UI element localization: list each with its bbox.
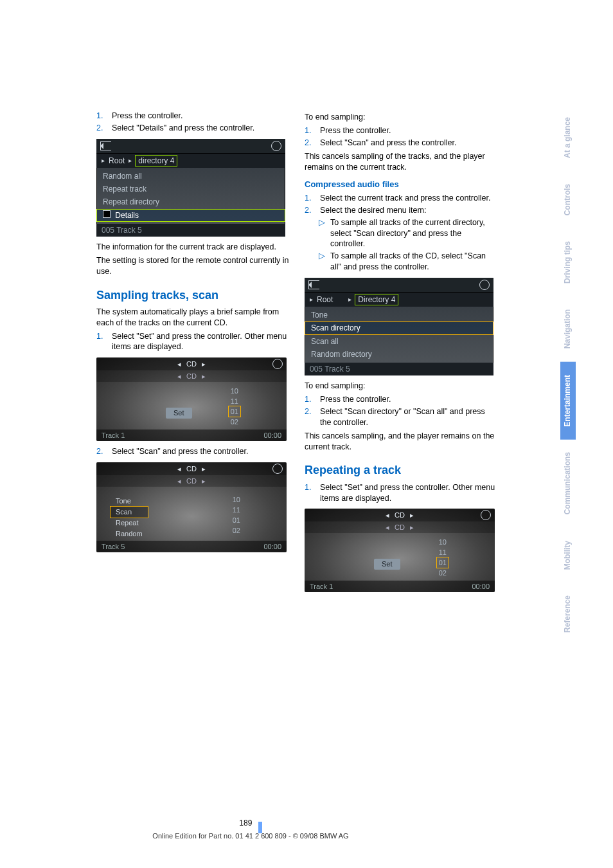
- cd-sub-label: CD: [186, 372, 197, 381]
- set-button: Set: [166, 408, 192, 419]
- shot-footer: 005 Track 5: [102, 225, 142, 235]
- list-item: 2. Select "Details" and press the contro…: [96, 123, 289, 134]
- tab-at-a-glance[interactable]: At a glance: [560, 104, 576, 171]
- right-column: To end sampling: 1. Press the controller…: [305, 109, 497, 597]
- tab-communications[interactable]: Communications: [560, 439, 576, 527]
- nav-right-icon: ▸: [410, 523, 414, 532]
- section-heading-sampling: Sampling tracks, scan: [96, 287, 289, 303]
- tab-controls[interactable]: Controls: [560, 171, 576, 228]
- idrive-screenshot-scan-directory: ▸ Root ▸ Directory 4 Tone Scan directory…: [305, 278, 493, 375]
- body-text: This cancels sampling, and the player re…: [305, 431, 497, 453]
- breadcrumb-dir: directory 4: [136, 156, 177, 166]
- menu-row: Random directory: [305, 348, 493, 361]
- cd-top-label: CD: [186, 359, 197, 369]
- menu-row: Scan all: [305, 335, 493, 348]
- track-number: 01: [233, 515, 240, 525]
- list-item: 2. Select "Scan" and press the controlle…: [305, 138, 497, 149]
- nav-left-icon: ◂: [177, 476, 181, 486]
- step-number: 1.: [305, 125, 314, 136]
- track-number: 11: [437, 547, 449, 557]
- list-item: 2. Select "Scan" and press the controlle…: [96, 446, 289, 457]
- subheading-compressed: Compressed audio files: [305, 179, 497, 190]
- sub-bullet-text: To sample all tracks of the CD, select "…: [330, 251, 497, 273]
- cd-sub-label: CD: [395, 523, 405, 532]
- triangle-bullet-icon: ▷: [319, 251, 325, 273]
- list-item: 1. Press the controller.: [305, 394, 497, 405]
- breadcrumb-caret-icon: ▸: [348, 295, 351, 304]
- nav-right-icon: ▸: [202, 359, 206, 369]
- list-item: 2. Select "Scan directory" or "Scan all"…: [305, 406, 497, 428]
- nav-left-icon: ◂: [177, 372, 181, 381]
- nav-right-icon: ▸: [202, 372, 206, 381]
- side-tabs: At a glance Controls Driving tips Naviga…: [560, 104, 576, 646]
- track-time: 00:00: [472, 582, 490, 592]
- track-number: 10: [437, 537, 449, 547]
- track-number: 02: [229, 417, 240, 427]
- breadcrumb-root: Root: [109, 156, 125, 166]
- left-column: 1. Press the controller. 2. Select "Deta…: [96, 109, 289, 597]
- list-item: 1. Select "Set" and press the controller…: [305, 482, 497, 504]
- cd-top-label: CD: [395, 511, 405, 520]
- body-text: To end sampling:: [305, 112, 497, 123]
- step-text: Select "Scan" and press the controller.: [112, 446, 248, 457]
- step-text: Select the desired menu item:: [320, 205, 426, 216]
- back-arrow-icon: [100, 141, 111, 150]
- tab-mobility[interactable]: Mobility: [560, 528, 576, 583]
- step-text: Press the controller.: [112, 111, 182, 122]
- track-number: 01: [437, 557, 449, 568]
- triangle-bullet-icon: ▷: [319, 217, 325, 250]
- nav-left-icon: ◂: [386, 523, 389, 532]
- tab-driving-tips[interactable]: Driving tips: [560, 228, 576, 296]
- breadcrumb-caret-icon: ▸: [102, 156, 105, 165]
- tab-navigation[interactable]: Navigation: [560, 296, 576, 361]
- body-text: This cancels sampling of the tracks, and…: [305, 151, 497, 173]
- track-number: 01: [229, 406, 240, 417]
- track-label: Track 5: [102, 542, 125, 552]
- sub-bullet: ▷ To sample all tracks of the CD, select…: [319, 251, 497, 273]
- step-text: Select "Details" and press the controlle…: [112, 123, 254, 134]
- idrive-screenshot-cd-set: ◂ CD ▸ ◂ CD ▸ 10 11 01 02 Set: [96, 357, 287, 441]
- set-button: Set: [374, 559, 400, 570]
- track-number-column: 10 11 01 02: [233, 494, 240, 536]
- body-text: The setting is stored for the remote con…: [96, 255, 289, 277]
- shot-footer: 005 Track 5: [310, 364, 350, 374]
- track-number: 02: [437, 568, 449, 578]
- track-label: Track 1: [102, 431, 125, 440]
- menu-row: Random all: [96, 170, 285, 183]
- footer-line: Online Edition for Part no. 01 41 2 600 …: [0, 832, 501, 840]
- info-icon: [272, 464, 283, 474]
- breadcrumb-dir: Directory 4: [355, 294, 398, 305]
- cd-top-label: CD: [186, 464, 197, 474]
- track-number: 10: [233, 494, 240, 505]
- menu-row: Repeat: [111, 518, 148, 529]
- cd-sub-label: CD: [186, 476, 197, 486]
- step-text: Select "Scan" and press the controller.: [320, 138, 456, 149]
- menu-row: Tone: [111, 496, 148, 507]
- nav-right-icon: ▸: [410, 511, 414, 520]
- step-number: 1.: [305, 394, 314, 405]
- body-text: The system automatically plays a brief s…: [96, 307, 289, 329]
- step-number: 1.: [305, 193, 314, 204]
- page-number: 189: [239, 818, 252, 827]
- step-text: Select "Set" and press the controller. O…: [112, 331, 289, 353]
- nav-left-icon: ◂: [177, 359, 181, 369]
- step-number: 2.: [305, 205, 314, 216]
- info-icon: [272, 359, 283, 369]
- menu-row: Tone: [305, 309, 493, 321]
- step-text: Select the current track and press the c…: [320, 193, 490, 204]
- list-item: 2. Select the desired menu item:: [305, 205, 497, 216]
- body-text: The information for the current track ar…: [96, 242, 289, 253]
- menu-row-selected: Scan directory: [305, 321, 493, 334]
- track-number: 11: [233, 505, 240, 515]
- track-number-column: 10 11 01 02: [437, 537, 449, 578]
- track-number: 10: [229, 386, 240, 396]
- track-number-column: 10 11 01 02: [229, 386, 240, 427]
- menu-row-selected: Scan: [111, 507, 148, 518]
- tab-entertainment[interactable]: Entertainment: [560, 362, 576, 440]
- sub-bullet: ▷ To sample all tracks of the current di…: [319, 217, 497, 250]
- step-number: 2.: [305, 406, 314, 428]
- idrive-screenshot-cd-set-2: ◂ CD ▸ ◂ CD ▸ 10 11 01 02 Set: [305, 509, 495, 592]
- info-icon: [481, 510, 491, 520]
- tab-reference[interactable]: Reference: [560, 583, 576, 646]
- info-icon: [479, 280, 490, 290]
